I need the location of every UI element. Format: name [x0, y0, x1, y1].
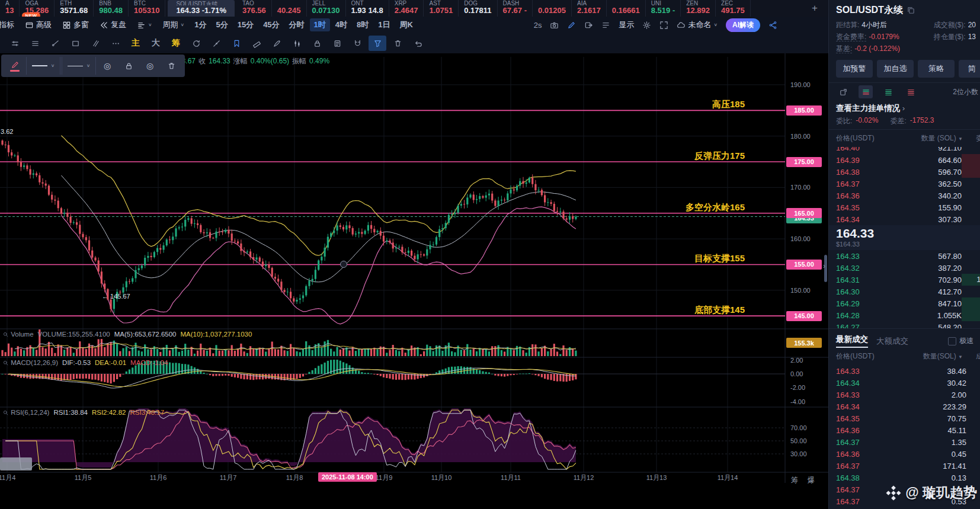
- jump-button[interactable]: [584, 20, 593, 30]
- share-button[interactable]: [768, 20, 777, 30]
- fullscreen-button[interactable]: [659, 20, 668, 30]
- toolbar-menu-多窗[interactable]: 多窗: [57, 17, 94, 33]
- toolbar-menu-复盘[interactable]: 复盘: [94, 17, 132, 33]
- draw-tool-clipboard[interactable]: [328, 36, 346, 51]
- draw-tool-refresh[interactable]: [187, 36, 205, 51]
- draw-tool-menu3[interactable]: [26, 36, 44, 51]
- ticker-item-DOG[interactable]: DOG0.17811: [459, 0, 497, 17]
- level-label-155[interactable]: 目标支撑155: [694, 253, 745, 264]
- display-menu[interactable]: 显示: [619, 20, 634, 30]
- draw-tool-trendpoint[interactable]: [207, 36, 225, 51]
- delete-button[interactable]: [161, 57, 181, 75]
- axis-scroll-arrow[interactable]: ›: [823, 262, 825, 270]
- pencil-color-button[interactable]: [5, 57, 25, 75]
- draw-tool-parallel[interactable]: [87, 36, 104, 51]
- bid-row[interactable]: 164.32387.206: [829, 262, 980, 274]
- draw-tool-pen[interactable]: [268, 36, 286, 51]
- ticker-item-16[interactable]: 0.16661: [607, 0, 646, 17]
- ticker-item-DASH[interactable]: DASH67.67 -: [498, 0, 533, 17]
- panel-button-加自选[interactable]: 加自选: [877, 60, 914, 78]
- book-qty-header[interactable]: 数量 (SOL) ▼: [891, 133, 963, 143]
- ticker-item-AIA[interactable]: AIA2.1617: [572, 0, 607, 17]
- panel-button-加预警[interactable]: 加预警: [836, 60, 873, 78]
- replay-speed[interactable]: 2s: [534, 21, 542, 30]
- draw-tool-ray[interactable]: [46, 36, 64, 51]
- settings-button[interactable]: [642, 20, 651, 30]
- ticker-item-BTC[interactable]: BTC105310: [129, 0, 165, 17]
- lock-button[interactable]: [119, 57, 139, 75]
- ask-row[interactable]: 164.35155.902: [829, 201, 980, 213]
- bid-row[interactable]: 164.29847.101: [829, 297, 980, 309]
- ticker-item-XRP[interactable]: XRP2.4647: [389, 0, 424, 17]
- bid-row[interactable]: 164.33567.809: [829, 250, 980, 262]
- draw-tool-ruler[interactable]: [248, 36, 265, 51]
- ticker-item-A[interactable]: A13: [0, 0, 20, 17]
- add-ticker-button[interactable]: +: [801, 0, 828, 17]
- ticker-item-OGA[interactable]: OGA15.286NEW: [20, 0, 55, 17]
- decimals-select[interactable]: 2位小数: [953, 87, 978, 97]
- bid-row[interactable]: 164.30412.706: [829, 286, 980, 297]
- ai-analysis-button[interactable]: AI解读: [726, 18, 760, 32]
- chart-canvas[interactable]: ∨∨◎◎ 63.67收164.33涨幅0.40%(0.65)振幅0.49% 高压…: [0, 53, 828, 509]
- ticker-item-BNB[interactable]: BNB980.48: [94, 0, 129, 17]
- time-axis[interactable]: 11月411月511月611月711月811月911月1011月1111月121…: [0, 472, 828, 483]
- bid-row[interactable]: 164.281.055K17: [829, 309, 980, 321]
- visibility-button[interactable]: ◎: [140, 57, 160, 75]
- fast-checkbox[interactable]: [948, 337, 956, 345]
- draw-tool-bookmark[interactable]: [228, 36, 245, 51]
- draw-tool-candlepat[interactable]: [288, 36, 306, 51]
- draw-tool-lock[interactable]: [308, 36, 326, 51]
- ticker-item-14[interactable]: 0.01205: [533, 0, 572, 17]
- ticker-item-ZEN[interactable]: ZEN12.892: [681, 0, 716, 17]
- draw-tool-trash[interactable]: [389, 36, 406, 51]
- toolbar-menu-指标[interactable]: 指标: [0, 17, 20, 33]
- ask-row[interactable]: 164.39664.6010: [829, 154, 980, 166]
- draw-tool-magnet[interactable]: [348, 36, 366, 51]
- ask-row[interactable]: 164.40921.101: [829, 147, 980, 153]
- price-axis[interactable]: 190.00180.00170.00160.00150.00164.33185.…: [785, 53, 828, 483]
- draw-tool-主[interactable]: 主: [127, 36, 145, 51]
- draw-tool-筹[interactable]: 筹: [167, 36, 185, 51]
- level-label-185[interactable]: 高压185: [712, 99, 745, 110]
- ask-row[interactable]: 164.37362.505: [829, 178, 980, 190]
- timeframe-分时[interactable]: 分时: [285, 18, 309, 31]
- layout-select[interactable]: 未命名∨: [677, 20, 718, 30]
- timeframe-8时[interactable]: 8时: [353, 18, 373, 31]
- book-asks-icon[interactable]: [904, 85, 918, 98]
- bid-row[interactable]: 164.27548.200: [829, 321, 980, 328]
- ticker-item-ZEC[interactable]: ZEC491.75: [716, 0, 751, 17]
- draw-tool-rect[interactable]: [66, 36, 84, 51]
- edit-button[interactable]: [567, 20, 576, 30]
- last-price-block[interactable]: 164.33 $164.33: [829, 225, 980, 250]
- timeframe-45分[interactable]: 45分: [259, 18, 283, 31]
- level-label-145[interactable]: 底部支撑145: [694, 305, 745, 316]
- draw-tool-dots[interactable]: [107, 36, 124, 51]
- timeframe-15分[interactable]: 15分: [233, 18, 258, 31]
- popout-icon[interactable]: [836, 85, 850, 98]
- ticker-item-TAO[interactable]: TAO376.56: [237, 0, 272, 17]
- level-label-165[interactable]: 多空分水岭165: [686, 202, 745, 213]
- bid-row[interactable]: 164.31702.90115: [829, 274, 980, 286]
- ticker-item-UNI[interactable]: UNI8.519 -: [646, 0, 681, 17]
- timeframe-周K[interactable]: 周K: [396, 18, 417, 31]
- panel-button-策略[interactable]: 策略: [918, 60, 955, 78]
- draw-tool-大[interactable]: 大: [147, 36, 165, 51]
- tab-large-trades[interactable]: 大额成交: [876, 336, 908, 347]
- copy-icon[interactable]: [907, 6, 915, 15]
- ask-row[interactable]: 164.38596.709: [829, 166, 980, 178]
- main-orders-link[interactable]: 查看主力挂单情况 ›: [829, 101, 980, 116]
- ask-row[interactable]: 164.34307.305: [829, 213, 980, 225]
- timeframe-1分[interactable]: 1分: [190, 18, 210, 31]
- timeframe-5分[interactable]: 5分: [212, 18, 232, 31]
- timeframe-1时[interactable]: 1时: [310, 18, 330, 31]
- snapshot-button[interactable]: [550, 20, 559, 30]
- ticker-item-SOL/USDT永续[interactable]: SOL/USDT永续164.33 -1.71%: [168, 0, 235, 17]
- line-style-select[interactable]: ∨: [26, 57, 60, 75]
- book-bids-icon[interactable]: [881, 85, 895, 98]
- line-width-select[interactable]: ∨: [62, 57, 96, 75]
- ticker-item-ONT[interactable]: ONT1.93 14.8: [346, 0, 389, 17]
- draw-tool-undo[interactable]: [409, 36, 427, 51]
- tab-latest-trades[interactable]: 最新成交: [836, 334, 868, 348]
- ticker-item-7[interactable]: 40.245: [272, 0, 307, 17]
- level-label-175[interactable]: 反弹压力175: [694, 151, 745, 162]
